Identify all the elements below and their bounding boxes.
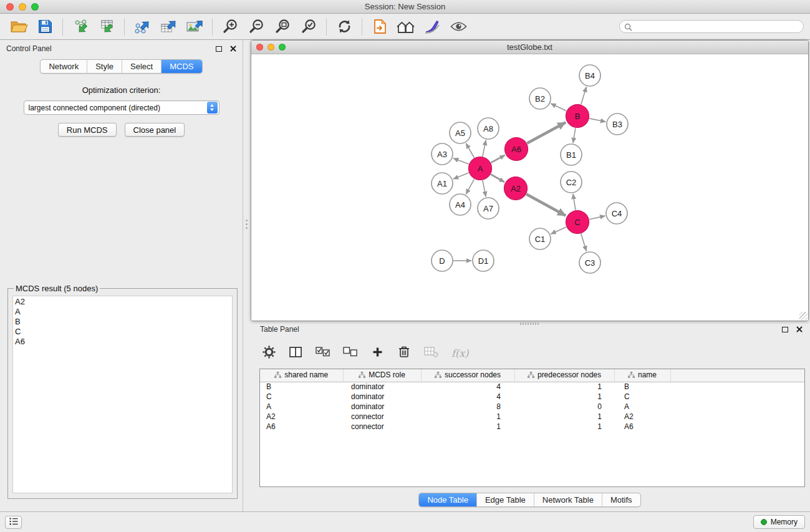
node-A5[interactable]: A5 bbox=[450, 122, 471, 143]
cell-shared-name[interactable]: B bbox=[260, 382, 343, 392]
cell-predecessor-nodes[interactable]: 1 bbox=[514, 412, 614, 422]
panel-splitter[interactable] bbox=[243, 40, 251, 511]
node-A[interactable]: A bbox=[469, 157, 492, 180]
mcds-result-list[interactable]: A2ABCA6 bbox=[12, 296, 233, 493]
table-tab-motifs[interactable]: Motifs bbox=[602, 493, 640, 506]
cell-predecessor-nodes[interactable]: 1 bbox=[514, 382, 614, 392]
tab-network[interactable]: Network bbox=[41, 60, 87, 73]
memory-button[interactable]: Memory bbox=[753, 515, 805, 529]
node-C1[interactable]: C1 bbox=[529, 228, 551, 249]
minimize-window-button[interactable] bbox=[19, 3, 26, 11]
cell-predecessor-nodes[interactable]: 0 bbox=[514, 402, 614, 412]
table-row-a6[interactable]: A6connector11A6 bbox=[260, 422, 804, 432]
table-row-a[interactable]: Adominator80A bbox=[260, 402, 804, 412]
cell-successor-nodes[interactable]: 1 bbox=[421, 412, 514, 422]
import-network-button[interactable] bbox=[68, 16, 93, 38]
edge-A-A5[interactable] bbox=[466, 143, 474, 158]
cell-mcds-role[interactable]: connector bbox=[343, 422, 421, 432]
edge-A-A4[interactable] bbox=[466, 179, 474, 194]
deselect-all-rows-button[interactable] bbox=[343, 344, 357, 362]
node-C2[interactable]: C2 bbox=[561, 172, 582, 193]
cell-shared-name[interactable]: A6 bbox=[260, 422, 343, 432]
table-row-c[interactable]: Cdominator41C bbox=[260, 392, 804, 402]
cell-predecessor-nodes[interactable]: 1 bbox=[514, 422, 614, 432]
zoom-fit-button[interactable] bbox=[270, 16, 295, 38]
cell-name[interactable]: C bbox=[614, 392, 670, 402]
cell-mcds-role[interactable]: dominator bbox=[343, 392, 421, 402]
run-mcds-button[interactable]: Run MCDS bbox=[58, 123, 117, 137]
table-row-a2[interactable]: A2connector11A2 bbox=[260, 412, 804, 422]
node-A2[interactable]: A2 bbox=[504, 177, 528, 200]
apply-layout-button[interactable] bbox=[332, 16, 357, 38]
network-graph-svg[interactable]: B4B2BB3A5A8A6B1A3AC2A1A2A4A7C4CC1C3DD1 bbox=[251, 54, 800, 320]
node-B2[interactable]: B2 bbox=[529, 88, 551, 109]
edge-C-C2[interactable] bbox=[573, 194, 576, 210]
close-window-button[interactable] bbox=[6, 3, 14, 11]
edge-C-C1[interactable] bbox=[551, 227, 566, 234]
table-row-b[interactable]: Bdominator41B bbox=[260, 382, 804, 392]
cell-successor-nodes[interactable]: 4 bbox=[421, 392, 514, 402]
export-image-button[interactable] bbox=[182, 16, 207, 38]
node-A3[interactable]: A3 bbox=[432, 143, 453, 165]
column-header-mcds-role[interactable]: MCDS role bbox=[343, 369, 421, 382]
cell-mcds-role[interactable]: connector bbox=[343, 412, 421, 422]
node-A6[interactable]: A6 bbox=[505, 138, 528, 161]
result-item-a6[interactable]: A6 bbox=[15, 337, 230, 347]
network-window-titlebar[interactable]: testGlobe.txt bbox=[251, 41, 808, 54]
horizontal-splitter-grip[interactable] bbox=[520, 322, 540, 325]
tab-select[interactable]: Select bbox=[122, 60, 161, 73]
cell-name[interactable]: A6 bbox=[614, 422, 670, 432]
network-minimize-button[interactable] bbox=[268, 44, 274, 51]
optimization-criterion-select[interactable]: largest connected component (directed) bbox=[24, 100, 219, 115]
save-session-button[interactable] bbox=[32, 16, 57, 38]
column-header-name[interactable]: name bbox=[614, 369, 670, 382]
export-document-button[interactable] bbox=[367, 16, 392, 38]
close-panel-button[interactable]: Close panel bbox=[125, 123, 185, 137]
search-input[interactable] bbox=[619, 20, 804, 33]
node-B3[interactable]: B3 bbox=[607, 114, 628, 135]
zoom-in-button[interactable] bbox=[218, 16, 243, 38]
cell-shared-name[interactable]: A2 bbox=[260, 412, 343, 422]
node-B1[interactable]: B1 bbox=[561, 144, 582, 165]
node-B[interactable]: B bbox=[566, 105, 589, 128]
result-item-a[interactable]: A bbox=[15, 307, 230, 317]
zoom-selected-button[interactable] bbox=[296, 16, 321, 38]
cell-mcds-role[interactable]: dominator bbox=[343, 402, 421, 412]
node-A7[interactable]: A7 bbox=[478, 198, 499, 219]
edge-C-C4[interactable] bbox=[589, 216, 605, 220]
cell-successor-nodes[interactable]: 8 bbox=[421, 402, 514, 412]
result-item-c[interactable]: C bbox=[15, 327, 230, 337]
show-graphics-details-button[interactable] bbox=[446, 16, 471, 38]
close-panel-icon[interactable] bbox=[229, 46, 236, 52]
network-maximize-button[interactable] bbox=[279, 44, 286, 51]
paintbrush-button[interactable] bbox=[420, 16, 445, 38]
cell-name[interactable]: A bbox=[614, 402, 670, 412]
edge-A-A3[interactable] bbox=[453, 158, 469, 164]
node-A4[interactable]: A4 bbox=[450, 194, 471, 215]
edge-A-A2[interactable] bbox=[491, 175, 504, 183]
import-table-button[interactable] bbox=[94, 16, 119, 38]
column-header-shared-name[interactable]: shared name bbox=[260, 369, 343, 382]
open-session-button[interactable] bbox=[6, 16, 31, 38]
select-all-rows-button[interactable] bbox=[316, 344, 330, 362]
home-button[interactable] bbox=[393, 16, 418, 38]
edge-A2-C[interactable] bbox=[526, 194, 566, 215]
cell-shared-name[interactable]: C bbox=[260, 392, 343, 402]
result-item-b[interactable]: B bbox=[15, 317, 230, 327]
column-settings-button[interactable] bbox=[262, 344, 276, 362]
export-table-button[interactable] bbox=[156, 16, 181, 38]
node-C4[interactable]: C4 bbox=[606, 203, 627, 224]
edge-A-A7[interactable] bbox=[483, 180, 486, 196]
window-resize-grip[interactable] bbox=[799, 312, 808, 320]
edge-B-B4[interactable] bbox=[581, 87, 587, 104]
export-network-button[interactable] bbox=[130, 16, 155, 38]
edge-A-A1[interactable] bbox=[453, 173, 469, 179]
tab-style[interactable]: Style bbox=[87, 60, 122, 73]
add-column-button[interactable] bbox=[370, 344, 384, 362]
delete-column-button[interactable] bbox=[397, 344, 411, 362]
network-canvas[interactable]: B4B2BB3A5A8A6B1A3AC2A1A2A4A7C4CC1C3DD1 bbox=[251, 54, 808, 321]
node-C3[interactable]: C3 bbox=[579, 252, 600, 273]
edge-C-C3[interactable] bbox=[581, 234, 587, 251]
column-header-successor-nodes[interactable]: successor nodes bbox=[421, 369, 514, 382]
table-tab-node-table[interactable]: Node Table bbox=[419, 493, 476, 506]
